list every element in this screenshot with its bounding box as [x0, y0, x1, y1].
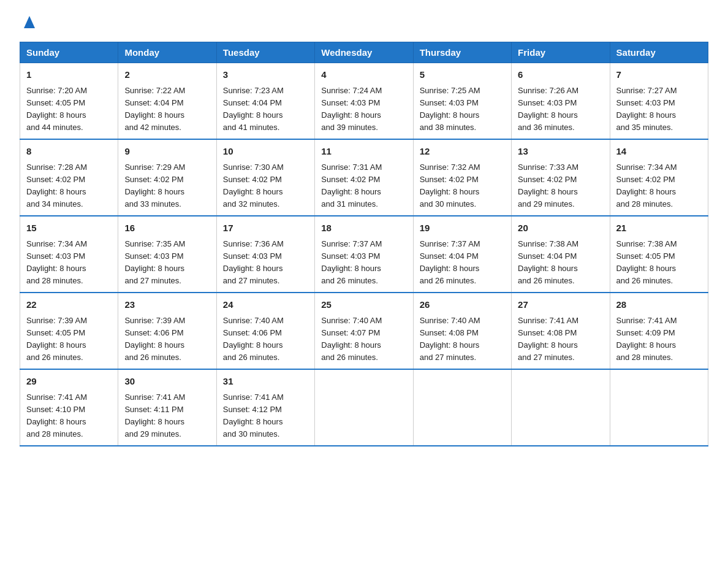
- weekday-header-thursday: Thursday: [413, 42, 511, 63]
- day-info: Sunrise: 7:37 AM Sunset: 4:03 PM Dayligh…: [321, 238, 406, 288]
- calendar-cell: 5 Sunrise: 7:25 AM Sunset: 4:03 PM Dayli…: [413, 63, 511, 140]
- day-number: 28: [616, 298, 702, 312]
- day-info: Sunrise: 7:39 AM Sunset: 4:06 PM Dayligh…: [124, 315, 210, 364]
- calendar-cell: [610, 369, 708, 446]
- day-info: Sunrise: 7:24 AM Sunset: 4:03 PM Dayligh…: [321, 85, 406, 134]
- calendar-cell: 15 Sunrise: 7:34 AM Sunset: 4:03 PM Dayl…: [20, 216, 118, 293]
- day-info: Sunrise: 7:22 AM Sunset: 4:04 PM Dayligh…: [124, 85, 210, 134]
- day-number: 18: [321, 221, 406, 236]
- day-number: 8: [26, 145, 112, 159]
- day-number: 16: [124, 221, 210, 236]
- svg-marker-0: [24, 16, 35, 28]
- day-info: Sunrise: 7:34 AM Sunset: 4:02 PM Dayligh…: [616, 161, 702, 211]
- calendar-cell: 28 Sunrise: 7:41 AM Sunset: 4:09 PM Dayl…: [610, 293, 708, 369]
- weekday-header-row: SundayMondayTuesdayWednesdayThursdayFrid…: [20, 42, 708, 63]
- day-number: 26: [420, 298, 505, 312]
- day-info: Sunrise: 7:37 AM Sunset: 4:04 PM Dayligh…: [420, 238, 505, 288]
- calendar-cell: 13 Sunrise: 7:33 AM Sunset: 4:02 PM Dayl…: [512, 139, 610, 216]
- day-number: 20: [518, 221, 603, 236]
- calendar-cell: [315, 369, 413, 446]
- logo: [20, 15, 38, 31]
- day-info: Sunrise: 7:41 AM Sunset: 4:11 PM Dayligh…: [124, 391, 210, 441]
- day-number: 7: [616, 68, 702, 82]
- day-number: 1: [26, 68, 112, 82]
- day-number: 11: [321, 145, 406, 159]
- day-info: Sunrise: 7:35 AM Sunset: 4:03 PM Dayligh…: [124, 238, 210, 288]
- calendar-body: 1 Sunrise: 7:20 AM Sunset: 4:05 PM Dayli…: [20, 63, 708, 446]
- day-number: 15: [26, 221, 112, 236]
- calendar-cell: 3 Sunrise: 7:23 AM Sunset: 4:04 PM Dayli…: [216, 63, 314, 140]
- calendar-cell: 16 Sunrise: 7:35 AM Sunset: 4:03 PM Dayl…: [118, 216, 216, 293]
- calendar-week-row: 15 Sunrise: 7:34 AM Sunset: 4:03 PM Dayl…: [20, 216, 708, 293]
- calendar-week-row: 1 Sunrise: 7:20 AM Sunset: 4:05 PM Dayli…: [20, 63, 708, 140]
- calendar-cell: 18 Sunrise: 7:37 AM Sunset: 4:03 PM Dayl…: [315, 216, 413, 293]
- day-number: 9: [124, 145, 210, 159]
- day-number: 31: [223, 375, 308, 389]
- day-info: Sunrise: 7:20 AM Sunset: 4:05 PM Dayligh…: [26, 85, 112, 134]
- day-info: Sunrise: 7:38 AM Sunset: 4:05 PM Dayligh…: [616, 238, 702, 288]
- weekday-header-saturday: Saturday: [610, 42, 708, 63]
- calendar-cell: 9 Sunrise: 7:29 AM Sunset: 4:02 PM Dayli…: [118, 139, 216, 216]
- page-header: [20, 15, 708, 31]
- weekday-header-tuesday: Tuesday: [216, 42, 314, 63]
- day-info: Sunrise: 7:31 AM Sunset: 4:02 PM Dayligh…: [321, 161, 406, 211]
- calendar-cell: 20 Sunrise: 7:38 AM Sunset: 4:04 PM Dayl…: [512, 216, 610, 293]
- day-info: Sunrise: 7:36 AM Sunset: 4:03 PM Dayligh…: [223, 238, 308, 288]
- calendar-table: SundayMondayTuesdayWednesdayThursdayFrid…: [20, 42, 708, 446]
- day-number: 21: [616, 221, 702, 236]
- day-number: 12: [420, 145, 505, 159]
- day-number: 29: [26, 375, 112, 389]
- day-info: Sunrise: 7:40 AM Sunset: 4:08 PM Dayligh…: [420, 315, 505, 364]
- day-info: Sunrise: 7:23 AM Sunset: 4:04 PM Dayligh…: [223, 85, 308, 134]
- calendar-cell: 19 Sunrise: 7:37 AM Sunset: 4:04 PM Dayl…: [413, 216, 511, 293]
- day-info: Sunrise: 7:29 AM Sunset: 4:02 PM Dayligh…: [124, 161, 210, 211]
- calendar-cell: [413, 369, 511, 446]
- calendar-cell: 4 Sunrise: 7:24 AM Sunset: 4:03 PM Dayli…: [315, 63, 413, 140]
- day-info: Sunrise: 7:41 AM Sunset: 4:09 PM Dayligh…: [616, 315, 702, 364]
- day-number: 2: [124, 68, 210, 82]
- day-info: Sunrise: 7:30 AM Sunset: 4:02 PM Dayligh…: [223, 161, 308, 211]
- calendar-cell: 27 Sunrise: 7:41 AM Sunset: 4:08 PM Dayl…: [512, 293, 610, 369]
- day-info: Sunrise: 7:32 AM Sunset: 4:02 PM Dayligh…: [420, 161, 505, 211]
- day-number: 27: [518, 298, 603, 312]
- day-info: Sunrise: 7:27 AM Sunset: 4:03 PM Dayligh…: [616, 85, 702, 134]
- day-info: Sunrise: 7:34 AM Sunset: 4:03 PM Dayligh…: [26, 238, 112, 288]
- calendar-cell: 23 Sunrise: 7:39 AM Sunset: 4:06 PM Dayl…: [118, 293, 216, 369]
- day-number: 23: [124, 298, 210, 312]
- calendar-cell: 8 Sunrise: 7:28 AM Sunset: 4:02 PM Dayli…: [20, 139, 118, 216]
- calendar-cell: 17 Sunrise: 7:36 AM Sunset: 4:03 PM Dayl…: [216, 216, 314, 293]
- calendar-cell: 10 Sunrise: 7:30 AM Sunset: 4:02 PM Dayl…: [216, 139, 314, 216]
- day-info: Sunrise: 7:39 AM Sunset: 4:05 PM Dayligh…: [26, 315, 112, 364]
- logo-triangle-icon: [21, 13, 38, 31]
- calendar-cell: 7 Sunrise: 7:27 AM Sunset: 4:03 PM Dayli…: [610, 63, 708, 140]
- day-number: 17: [223, 221, 308, 236]
- weekday-header-sunday: Sunday: [20, 42, 118, 63]
- calendar-cell: 29 Sunrise: 7:41 AM Sunset: 4:10 PM Dayl…: [20, 369, 118, 446]
- day-info: Sunrise: 7:41 AM Sunset: 4:08 PM Dayligh…: [518, 315, 603, 364]
- day-info: Sunrise: 7:41 AM Sunset: 4:12 PM Dayligh…: [223, 391, 308, 441]
- calendar-cell: 21 Sunrise: 7:38 AM Sunset: 4:05 PM Dayl…: [610, 216, 708, 293]
- day-info: Sunrise: 7:38 AM Sunset: 4:04 PM Dayligh…: [518, 238, 603, 288]
- day-number: 14: [616, 145, 702, 159]
- calendar-cell: 25 Sunrise: 7:40 AM Sunset: 4:07 PM Dayl…: [315, 293, 413, 369]
- day-info: Sunrise: 7:28 AM Sunset: 4:02 PM Dayligh…: [26, 161, 112, 211]
- day-number: 10: [223, 145, 308, 159]
- calendar-cell: 12 Sunrise: 7:32 AM Sunset: 4:02 PM Dayl…: [413, 139, 511, 216]
- day-number: 24: [223, 298, 308, 312]
- calendar-week-row: 29 Sunrise: 7:41 AM Sunset: 4:10 PM Dayl…: [20, 369, 708, 446]
- calendar-cell: 11 Sunrise: 7:31 AM Sunset: 4:02 PM Dayl…: [315, 139, 413, 216]
- weekday-header-friday: Friday: [512, 42, 610, 63]
- day-info: Sunrise: 7:41 AM Sunset: 4:10 PM Dayligh…: [26, 391, 112, 441]
- calendar-week-row: 8 Sunrise: 7:28 AM Sunset: 4:02 PM Dayli…: [20, 139, 708, 216]
- weekday-header-wednesday: Wednesday: [315, 42, 413, 63]
- day-info: Sunrise: 7:40 AM Sunset: 4:06 PM Dayligh…: [223, 315, 308, 364]
- day-info: Sunrise: 7:33 AM Sunset: 4:02 PM Dayligh…: [518, 161, 603, 211]
- weekday-header-monday: Monday: [118, 42, 216, 63]
- day-info: Sunrise: 7:40 AM Sunset: 4:07 PM Dayligh…: [321, 315, 406, 364]
- calendar-cell: 2 Sunrise: 7:22 AM Sunset: 4:04 PM Dayli…: [118, 63, 216, 140]
- calendar-cell: 1 Sunrise: 7:20 AM Sunset: 4:05 PM Dayli…: [20, 63, 118, 140]
- day-number: 6: [518, 68, 603, 82]
- day-number: 22: [26, 298, 112, 312]
- calendar-cell: 22 Sunrise: 7:39 AM Sunset: 4:05 PM Dayl…: [20, 293, 118, 369]
- day-number: 4: [321, 68, 406, 82]
